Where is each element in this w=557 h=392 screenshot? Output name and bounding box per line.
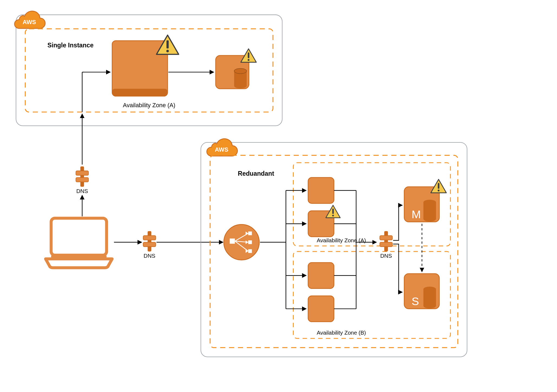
svg-rect-14	[80, 166, 84, 187]
architecture-diagram: AWS Single Instance	[0, 0, 557, 392]
svg-rect-10	[248, 53, 249, 58]
svg-point-58	[423, 216, 436, 221]
svg-rect-25	[248, 231, 252, 235]
dns-icon-2	[143, 231, 156, 251]
aws-cloud-badge-bottom: AWS	[207, 139, 237, 156]
svg-point-64	[423, 303, 436, 308]
svg-rect-2	[112, 89, 168, 96]
instance-a1	[308, 178, 334, 204]
dns-label-2: DNS	[144, 253, 155, 259]
svg-rect-54	[380, 242, 392, 247]
aws-cloud-bottom: AWS Reduandant	[201, 139, 467, 357]
svg-point-8	[234, 83, 247, 88]
svg-rect-18	[143, 236, 156, 240]
redundant-title: Reduandant	[238, 170, 274, 177]
instances-to-dns-arrows	[334, 191, 376, 309]
svg-rect-52	[384, 231, 388, 251]
dns-label-1: DNS	[76, 188, 88, 194]
svg-rect-53	[380, 236, 392, 240]
svg-point-11	[248, 59, 250, 61]
warning-icon	[431, 179, 446, 193]
db-master-label: M	[412, 208, 421, 221]
svg-rect-27	[248, 249, 252, 253]
svg-rect-39	[308, 296, 334, 322]
aws-label-bottom: AWS	[215, 146, 228, 153]
svg-point-4	[166, 50, 169, 53]
aws-cloud-top: AWS Single Instance	[15, 11, 282, 126]
db-slave: S	[404, 274, 439, 309]
dns-icon-1	[76, 166, 88, 187]
svg-rect-12	[51, 218, 107, 255]
instance-b1	[308, 263, 334, 289]
svg-point-23	[224, 224, 259, 260]
svg-rect-59	[438, 183, 440, 189]
dns-icon-3	[380, 231, 392, 251]
svg-rect-16	[76, 178, 88, 182]
svg-rect-17	[148, 231, 151, 251]
svg-rect-19	[143, 242, 156, 247]
single-instance-title: Single Instance	[47, 42, 93, 49]
svg-rect-3	[166, 40, 169, 48]
svg-rect-15	[76, 171, 88, 175]
aws-cloud-badge-top: AWS	[15, 11, 45, 28]
svg-rect-26	[248, 240, 252, 244]
az-a-label-top: Availability Zone (A)	[123, 102, 175, 109]
instance-b2	[308, 296, 334, 322]
arrow-dns3-to-master	[393, 205, 402, 240]
aws-label-top: AWS	[22, 19, 36, 25]
db-slave-label: S	[412, 295, 419, 308]
elb-fanout-arrows	[260, 191, 306, 309]
svg-rect-34	[308, 178, 334, 204]
load-balancer-icon	[224, 224, 259, 260]
dns-label-3: DNS	[380, 253, 392, 259]
svg-rect-24	[230, 239, 235, 244]
svg-rect-36	[332, 209, 334, 214]
laptop-icon	[45, 218, 112, 268]
az-b-label: Availability Zone (B)	[317, 329, 366, 336]
svg-point-60	[438, 190, 440, 191]
svg-point-37	[332, 215, 334, 216]
svg-rect-38	[308, 263, 334, 289]
